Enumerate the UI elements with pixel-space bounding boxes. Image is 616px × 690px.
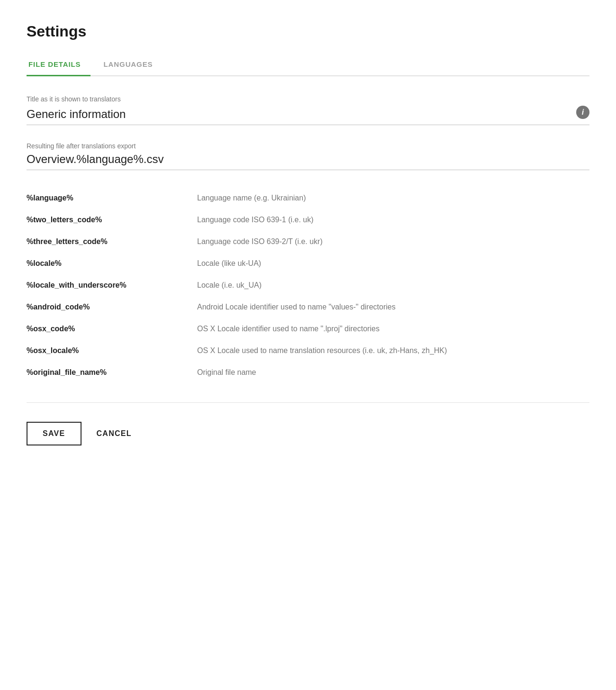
- variable-description: Android Locale identifier used to name "…: [197, 296, 589, 318]
- info-icon[interactable]: i: [576, 106, 589, 119]
- file-field-label: Resulting file after translations export: [27, 142, 589, 150]
- file-field-row: Overview.%language%.csv: [27, 153, 589, 170]
- variable-key: %locale%: [27, 253, 197, 274]
- save-button[interactable]: SAVE: [27, 422, 82, 445]
- variable-row: %android_code% Android Locale identifier…: [27, 296, 589, 318]
- variable-row: %osx_locale% OS X Locale used to name tr…: [27, 340, 589, 362]
- variable-key: %osx_code%: [27, 318, 197, 340]
- footer-actions: SAVE CANCEL: [27, 418, 589, 445]
- variable-row: %language% Language name (e.g. Ukrainian…: [27, 187, 589, 209]
- variable-key: %language%: [27, 187, 197, 209]
- title-field-row: Generic information i: [27, 106, 589, 125]
- file-field-value: Overview.%language%.csv: [27, 153, 589, 166]
- tab-languages[interactable]: LANGUAGES: [102, 55, 163, 76]
- cancel-button[interactable]: CANCEL: [93, 423, 136, 445]
- variable-row: %locale% Locale (like uk-UA): [27, 253, 589, 274]
- file-field-section: Resulting file after translations export…: [27, 142, 589, 170]
- variable-description: Language code ISO 639-1 (i.e. uk): [197, 209, 589, 231]
- variable-key: %osx_locale%: [27, 340, 197, 362]
- variable-key: %locale_with_underscore%: [27, 274, 197, 296]
- title-field-section: Title as it is shown to translators Gene…: [27, 95, 589, 125]
- title-field-label: Title as it is shown to translators: [27, 95, 589, 103]
- footer-divider: [27, 402, 589, 403]
- variable-description: Locale (like uk-UA): [197, 253, 589, 274]
- variable-key: %original_file_name%: [27, 362, 197, 383]
- variable-description: Original file name: [197, 362, 589, 383]
- variables-table: %language% Language name (e.g. Ukrainian…: [27, 187, 589, 383]
- variable-key: %android_code%: [27, 296, 197, 318]
- variable-row: %osx_code% OS X Locale identifier used t…: [27, 318, 589, 340]
- page-title: Settings: [27, 23, 589, 40]
- variable-row: %three_letters_code% Language code ISO 6…: [27, 231, 589, 253]
- variable-key: %three_letters_code%: [27, 231, 197, 253]
- variable-description: Language code ISO 639-2/T (i.e. ukr): [197, 231, 589, 253]
- variable-description: OS X Locale identifier used to name ".lp…: [197, 318, 589, 340]
- title-field-value: Generic information: [27, 108, 571, 121]
- variable-row: %original_file_name% Original file name: [27, 362, 589, 383]
- variable-description: Language name (e.g. Ukrainian): [197, 187, 589, 209]
- variable-description: OS X Locale used to name translation res…: [197, 340, 589, 362]
- variable-key: %two_letters_code%: [27, 209, 197, 231]
- variable-row: %locale_with_underscore% Locale (i.e. uk…: [27, 274, 589, 296]
- tab-file-details[interactable]: FILE DETAILS: [27, 55, 91, 76]
- tabs-container: FILE DETAILS LANGUAGES: [27, 55, 589, 76]
- variable-row: %two_letters_code% Language code ISO 639…: [27, 209, 589, 231]
- variable-description: Locale (i.e. uk_UA): [197, 274, 589, 296]
